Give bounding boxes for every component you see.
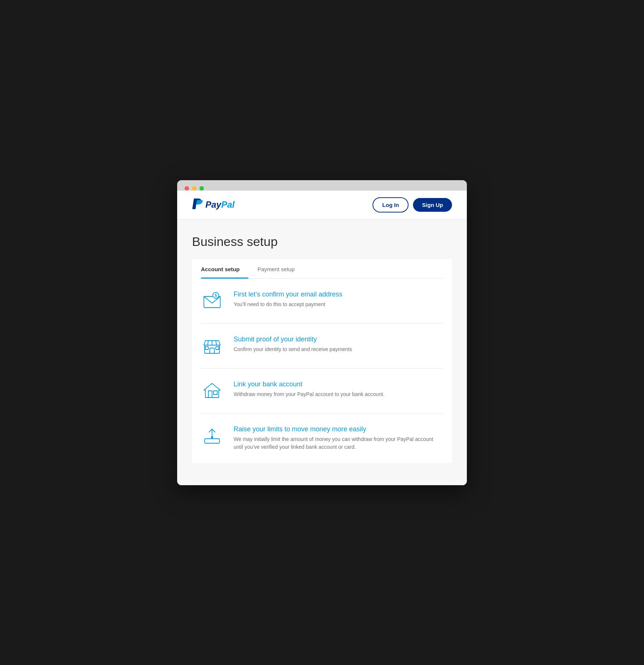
limits-desc: We may initially limit the amount of mon… xyxy=(234,435,443,451)
svg-rect-9 xyxy=(216,347,219,350)
svg-rect-11 xyxy=(208,391,212,398)
login-button[interactable]: Log In xyxy=(373,197,409,213)
browser-chrome xyxy=(177,180,467,191)
bank-desc: Withdraw money from your PayPal account … xyxy=(234,390,384,398)
bank-text: Link your bank account Withdraw money fr… xyxy=(234,380,384,398)
svg-rect-8 xyxy=(205,347,208,350)
limits-title[interactable]: Raise your limits to move money more eas… xyxy=(234,425,443,433)
dot-yellow[interactable] xyxy=(192,186,196,191)
setup-items-list: $ First let’s confirm your email address… xyxy=(201,279,443,463)
svg-rect-7 xyxy=(210,348,214,353)
svg-line-4 xyxy=(208,341,208,345)
email-icon: $ xyxy=(201,291,223,311)
setup-item-identity: Submit proof of your identity Confirm yo… xyxy=(201,324,443,369)
upload-icon xyxy=(201,425,223,446)
logo-pay: Pay xyxy=(205,200,221,210)
limits-text: Raise your limits to move money more eas… xyxy=(234,425,443,451)
confirm-email-desc: You’ll need to do this to accept payment xyxy=(234,301,342,308)
main-content: Business setup Account setup Payment set… xyxy=(177,220,467,485)
nav-buttons: Log In Sign Up xyxy=(373,197,452,213)
svg-rect-12 xyxy=(214,391,217,395)
dot-red[interactable] xyxy=(185,186,189,191)
page-title: Business setup xyxy=(192,234,452,249)
setup-card: Account setup Payment setup xyxy=(192,259,452,463)
tab-account-setup[interactable]: Account setup xyxy=(201,259,248,278)
svg-rect-13 xyxy=(205,439,219,443)
navbar: PayPal Log In Sign Up xyxy=(177,191,467,220)
bank-icon xyxy=(201,380,223,401)
confirm-email-text: First let’s confirm your email address Y… xyxy=(234,291,342,308)
browser-window: PayPal Log In Sign Up Business setup Acc… xyxy=(177,180,467,485)
setup-item-limits: Raise your limits to move money more eas… xyxy=(201,413,443,463)
logo-pal: Pal xyxy=(221,200,235,210)
identity-title[interactable]: Submit proof of your identity xyxy=(234,335,352,343)
identity-text: Submit proof of your identity Confirm yo… xyxy=(234,335,352,353)
tabs-container: Account setup Payment setup xyxy=(201,259,443,279)
setup-item-bank: Link your bank account Withdraw money fr… xyxy=(201,369,443,413)
paypal-logo: PayPal xyxy=(192,198,235,211)
dot-green[interactable] xyxy=(199,186,204,191)
store-icon xyxy=(201,335,223,356)
signup-button[interactable]: Sign Up xyxy=(413,198,452,212)
svg-line-6 xyxy=(216,341,217,345)
setup-item-confirm-email: $ First let’s confirm your email address… xyxy=(201,279,443,324)
tab-payment-setup[interactable]: Payment setup xyxy=(257,259,303,278)
identity-desc: Confirm your identity to send and receiv… xyxy=(234,346,352,353)
confirm-email-title[interactable]: First let’s confirm your email address xyxy=(234,291,342,298)
browser-content: PayPal Log In Sign Up Business setup Acc… xyxy=(177,191,467,485)
paypal-p-icon xyxy=(192,198,203,211)
svg-point-15 xyxy=(211,436,213,438)
svg-text:$: $ xyxy=(215,293,217,298)
paypal-wordmark: PayPal xyxy=(205,200,235,210)
bank-title[interactable]: Link your bank account xyxy=(234,380,384,388)
